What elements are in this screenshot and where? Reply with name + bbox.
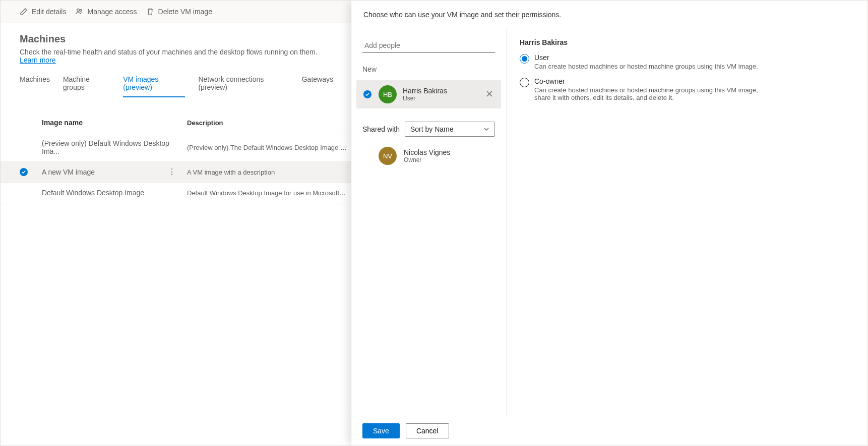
row-description: A VM image with a description	[187, 169, 352, 176]
column-header-name[interactable]: Image name	[42, 119, 187, 127]
svg-point-1	[80, 10, 82, 12]
edit-details-button[interactable]: Edit details	[20, 8, 66, 16]
delete-vm-image-label: Delete VM image	[158, 8, 212, 16]
avatar: HB	[379, 85, 397, 103]
permission-option-coowner[interactable]: Co-owner Can create hosted machines or h…	[520, 77, 854, 101]
row-description: Default Windows Desktop Image for use in…	[187, 189, 352, 197]
table-header: Image name Description	[1, 113, 352, 133]
radio-icon	[520, 54, 529, 64]
person-card-shared[interactable]: NV Nicolas Vignes Owner	[362, 147, 495, 165]
table-row[interactable]: Default Windows Desktop Image Default Wi…	[1, 183, 352, 203]
manage-access-button[interactable]: Manage access	[75, 8, 137, 16]
tab-machines[interactable]: Machines	[20, 75, 50, 97]
people-icon	[75, 8, 83, 16]
permissions-title: Harris Bakiras	[520, 38, 854, 46]
add-people-input[interactable]	[362, 38, 495, 53]
vm-images-table: Image name Description (Preview only) De…	[1, 113, 352, 203]
column-header-description[interactable]: Description	[187, 119, 352, 127]
row-more-menu-icon[interactable]: ⋮	[166, 171, 178, 174]
tab-machine-groups[interactable]: Machine groups	[63, 75, 110, 97]
permission-label: Co-owner	[534, 77, 766, 85]
panel-permissions-column: Harris Bakiras User Can create hosted ma…	[507, 29, 867, 416]
tab-network-connections[interactable]: Network connections (preview)	[198, 75, 288, 97]
learn-more-link[interactable]: Learn more	[20, 56, 56, 64]
table-row[interactable]: A new VM image ⋮ A VM image with a descr…	[1, 162, 352, 183]
chevron-down-icon	[483, 126, 489, 132]
sort-by-select[interactable]: Sort by Name	[405, 122, 495, 137]
edit-icon	[20, 8, 28, 16]
page-title: Machines	[20, 33, 333, 45]
save-button[interactable]: Save	[362, 423, 400, 438]
permission-description: Can create hosted machines or hosted mac…	[534, 63, 758, 70]
row-name: A new VM image	[42, 168, 95, 176]
person-name: Harris Bakiras	[403, 87, 478, 95]
permission-label: User	[534, 53, 758, 62]
tab-vm-images[interactable]: VM images (preview)	[123, 75, 185, 97]
person-card-new[interactable]: HB Harris Bakiras User	[356, 80, 501, 108]
tab-gateways[interactable]: Gateways	[302, 75, 333, 97]
panel-people-column: New HB Harris Bakiras User Shared with	[351, 29, 507, 416]
remove-person-button[interactable]	[484, 88, 495, 101]
new-section-label: New	[362, 65, 495, 73]
svg-point-0	[77, 9, 80, 12]
panel-footer: Save Cancel	[351, 416, 867, 445]
trash-icon	[146, 8, 154, 16]
person-role: User	[403, 95, 478, 102]
shared-with-label: Shared with	[362, 125, 400, 133]
table-row[interactable]: (Preview only) Default Windows Desktop I…	[1, 133, 352, 162]
permission-option-user[interactable]: User Can create hosted machines or hoste…	[520, 53, 854, 70]
row-description: (Preview only) The Default Windows Deskt…	[187, 144, 352, 151]
person-role: Owner	[404, 156, 495, 163]
page-subtitle-text: Check the real-time health and status of…	[20, 48, 318, 56]
row-name: (Preview only) Default Windows Desktop I…	[42, 139, 178, 155]
panel-header-text: Choose who can use your VM image and set…	[351, 1, 867, 29]
tabs: Machines Machine groups VM images (previ…	[1, 66, 352, 97]
close-icon	[486, 90, 493, 97]
page-subtitle: Check the real-time health and status of…	[20, 48, 333, 64]
person-selected-check-icon	[363, 90, 371, 98]
row-selected-check-icon[interactable]	[20, 168, 28, 176]
manage-access-label: Manage access	[87, 8, 137, 16]
cancel-button[interactable]: Cancel	[406, 423, 449, 438]
command-bar: Edit details Manage access Delete VM ima…	[1, 1, 352, 23]
permission-description: Can create hosted machines or hosted mac…	[534, 86, 766, 101]
delete-vm-image-button[interactable]: Delete VM image	[146, 8, 212, 16]
avatar: NV	[379, 147, 397, 165]
edit-details-label: Edit details	[32, 8, 66, 16]
radio-icon	[520, 78, 529, 87]
manage-access-panel: Choose who can use your VM image and set…	[351, 1, 867, 445]
row-name: Default Windows Desktop Image	[42, 189, 144, 197]
sort-by-value: Sort by Name	[410, 125, 454, 133]
person-name: Nicolas Vignes	[404, 148, 495, 156]
